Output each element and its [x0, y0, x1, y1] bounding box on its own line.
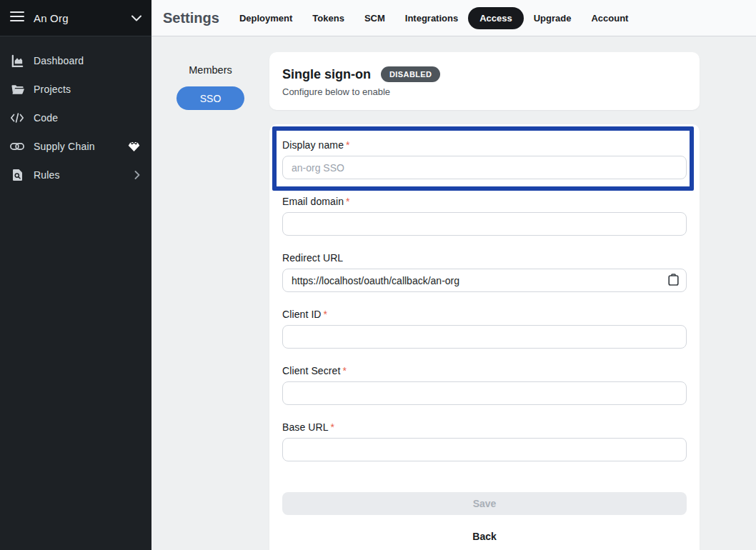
field-label: Client ID*	[282, 309, 687, 320]
sidebar-item-label: Projects	[34, 84, 71, 95]
subnav-section-label: Members	[176, 64, 244, 76]
field-label: Email domain*	[282, 196, 687, 207]
topbar: Settings Deployment Tokens SCM Integrati…	[151, 0, 756, 36]
sso-card-subtitle: Configure below to enable	[282, 86, 687, 97]
tab-scm[interactable]: SCM	[354, 8, 395, 29]
chevron-down-icon[interactable]	[131, 11, 141, 24]
sso-card-title: Single sign-on	[282, 67, 371, 82]
sso-settings: Single sign-on DISABLED Configure below …	[269, 52, 700, 550]
sso-config-form: Display name* Email domain* Redirect URL	[269, 124, 700, 550]
org-switcher[interactable]: An Org	[0, 0, 151, 36]
sidebar-nav: Dashboard Projects Code Supply Chain	[0, 36, 151, 189]
sidebar-item-label: Supply Chain	[34, 141, 95, 152]
field-email-domain: Email domain*	[282, 196, 687, 236]
tab-deployment[interactable]: Deployment	[229, 8, 302, 29]
tab-upgrade[interactable]: Upgrade	[524, 8, 582, 29]
status-badge: DISABLED	[381, 66, 440, 82]
gem-icon	[128, 141, 140, 152]
sidebar-item-projects[interactable]: Projects	[0, 75, 151, 104]
field-redirect-url: Redirect URL	[282, 252, 687, 292]
tab-tokens[interactable]: Tokens	[302, 8, 354, 29]
sidebar-item-label: Dashboard	[34, 55, 84, 66]
tab-account[interactable]: Account	[581, 8, 638, 29]
field-label: Base URL*	[282, 421, 687, 433]
display-name-input[interactable]	[282, 156, 687, 179]
field-display-name: Display name*	[282, 139, 687, 179]
sidebar-item-label: Code	[34, 112, 58, 124]
client-secret-input[interactable]	[282, 381, 687, 405]
required-asterisk: *	[331, 421, 335, 433]
field-client-id: Client ID*	[282, 309, 687, 349]
email-domain-input[interactable]	[282, 212, 687, 236]
field-label: Display name*	[282, 139, 687, 151]
sidebar-item-label: Rules	[34, 169, 60, 181]
sidebar-item-rules[interactable]: Rules	[0, 161, 151, 189]
settings-tabs: Deployment Tokens SCM Integrations Acces…	[229, 7, 639, 29]
base-url-input[interactable]	[282, 438, 687, 461]
org-name: An Org	[34, 12, 69, 24]
hamburger-menu-icon[interactable]	[10, 11, 24, 25]
field-base-url: Base URL*	[282, 421, 687, 461]
chain-icon	[10, 139, 24, 154]
rules-icon	[10, 168, 24, 182]
folder-icon	[10, 82, 24, 96]
chevron-right-icon	[134, 171, 140, 179]
field-client-secret: Client Secret*	[282, 365, 687, 405]
tab-integrations[interactable]: Integrations	[395, 8, 468, 29]
subnav-item-sso[interactable]: SSO	[176, 86, 244, 110]
field-label: Redirect URL	[282, 252, 687, 264]
save-button[interactable]: Save	[282, 492, 687, 515]
redirect-url-input[interactable]	[282, 269, 687, 292]
required-asterisk: *	[324, 309, 328, 320]
sidebar: An Org Dashboard Projects Code	[0, 0, 151, 550]
required-asterisk: *	[342, 365, 347, 376]
code-icon	[10, 111, 24, 125]
dashboard-icon	[10, 54, 24, 68]
sidebar-item-code[interactable]: Code	[0, 104, 151, 132]
field-label: Client Secret*	[282, 365, 687, 376]
access-subnav: Members SSO	[176, 64, 244, 110]
sidebar-item-dashboard[interactable]: Dashboard	[0, 46, 151, 75]
required-asterisk: *	[346, 139, 350, 151]
page-title: Settings	[163, 10, 219, 26]
sidebar-item-supply-chain[interactable]: Supply Chain	[0, 132, 151, 161]
clipboard-icon	[668, 274, 679, 288]
client-id-input[interactable]	[282, 325, 687, 349]
sso-status-card: Single sign-on DISABLED Configure below …	[269, 52, 700, 110]
content-area: Members SSO Single sign-on DISABLED Conf…	[151, 36, 756, 550]
tab-access[interactable]: Access	[468, 7, 524, 29]
required-asterisk: *	[346, 196, 350, 207]
copy-button[interactable]	[667, 274, 680, 287]
back-link[interactable]: Back	[282, 531, 687, 542]
